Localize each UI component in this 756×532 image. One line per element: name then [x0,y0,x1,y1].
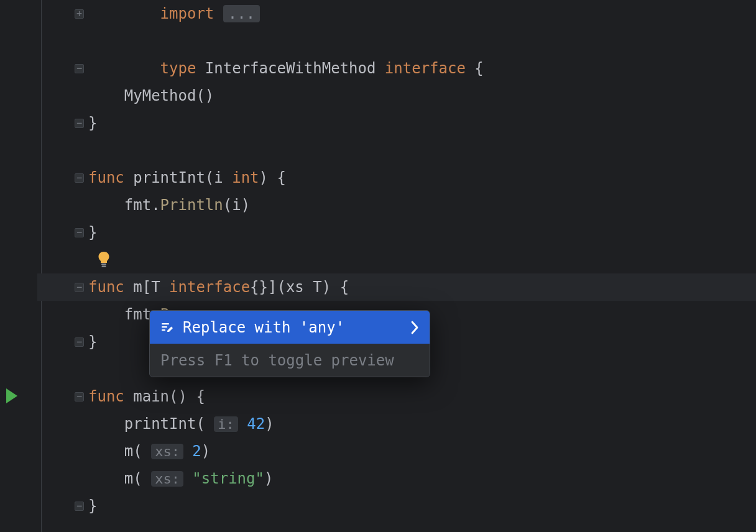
svg-rect-2 [162,323,169,324]
keyword-interface: interface [385,60,466,77]
keyword-type: type [160,60,196,77]
gutter [0,0,37,532]
keyword-import: import [160,5,214,22]
intention-label: Replace with 'any' [183,319,402,336]
chevron-right-icon [410,321,419,334]
inlay-hint: i: [214,416,238,432]
code-line[interactable]: − type InterfaceWithMethod interface { [37,55,756,82]
code-line[interactable]: − func printInt(i int) { [37,164,756,191]
intention-hint-text: Press F1 to toggle preview [160,352,394,369]
code-line[interactable]: m( xs: "string") [37,465,756,492]
intention-hint: Press F1 to toggle preview [150,344,430,377]
fold-toggle-icon[interactable]: − [75,119,84,128]
fold-toggle-icon[interactable]: − [75,64,84,73]
code-line[interactable]: + import ... [37,0,756,27]
svg-rect-4 [162,329,165,331]
identifier: MyMethod [124,87,196,104]
code-line[interactable]: − func main() { [37,383,756,410]
svg-rect-1 [102,266,106,267]
code-line[interactable] [37,137,756,164]
identifier: InterfaceWithMethod [205,60,376,77]
code-area[interactable]: + import ... − type InterfaceWithMethod … [37,0,756,532]
code-line[interactable]: MyMethod() [37,82,756,109]
identifier: m [133,278,142,296]
run-icon[interactable] [6,388,17,403]
number-literal: 2 [192,443,201,460]
code-line[interactable]: fmt.Println(i) [37,191,756,219]
code-line[interactable]: − } [37,492,756,520]
fold-toggle-icon[interactable]: − [75,228,84,237]
svg-rect-0 [101,264,106,265]
code-line[interactable] [37,246,756,273]
inlay-hint: xs: [151,471,183,487]
intention-popup: Replace with 'any' Press F1 to toggle pr… [149,310,430,377]
fold-toggle-icon[interactable]: − [75,283,84,292]
inlay-hint: xs: [151,444,183,459]
fold-toggle-icon[interactable]: − [75,502,84,511]
svg-rect-3 [162,326,167,328]
fold-ellipsis[interactable]: ... [223,5,260,22]
code-line[interactable]: − } [37,219,756,246]
code-line[interactable]: printInt( i: 42) [37,410,756,438]
fold-toggle-icon[interactable]: − [75,173,84,183]
identifier: main [133,388,169,405]
string-literal: "string" [192,470,264,487]
code-line[interactable]: − } [37,109,756,137]
identifier: printInt [133,169,205,186]
intention-action-replace-any[interactable]: Replace with 'any' [150,311,430,344]
method-call: Println [160,196,223,214]
edit-icon [160,321,174,334]
code-line[interactable]: m( xs: 2) [37,438,756,465]
brace: { [474,60,483,77]
lightbulb-icon[interactable] [97,251,111,268]
fold-toggle-icon[interactable]: − [75,392,84,401]
fold-toggle-icon[interactable]: + [75,9,84,19]
number-literal: 42 [247,415,265,433]
code-line-current[interactable]: − func m[T interface{}](xs T) { [37,273,756,301]
editor: + import ... − type InterfaceWithMethod … [0,0,756,532]
fold-toggle-icon[interactable]: − [75,337,84,347]
